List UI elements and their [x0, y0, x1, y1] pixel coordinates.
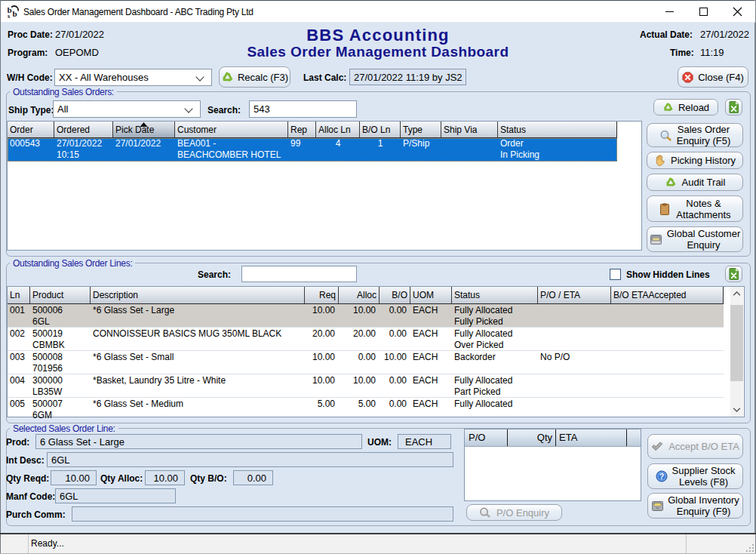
svg-text:s: s: [8, 13, 10, 18]
svg-text:b: b: [13, 9, 17, 18]
